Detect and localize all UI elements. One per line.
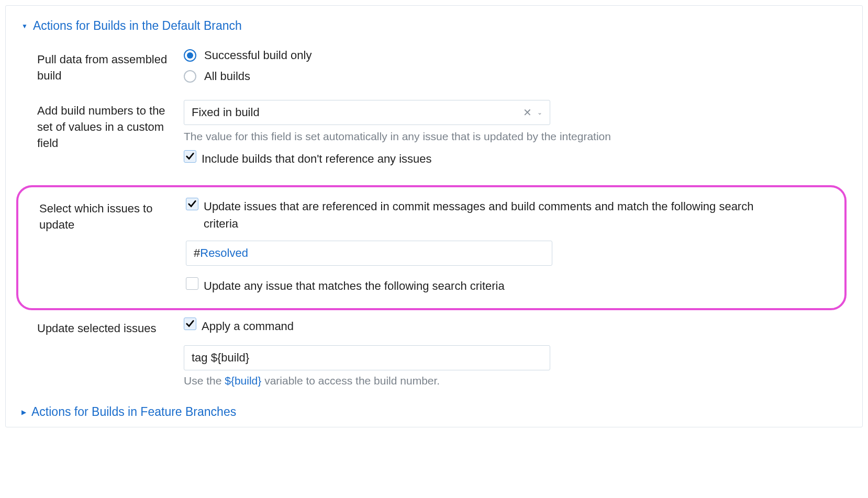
radio-successful-build-only[interactable]: Successful build only bbox=[184, 49, 760, 62]
row-pull-data: Pull data from assembled build Successfu… bbox=[21, 49, 847, 90]
checkbox-update-referenced[interactable] bbox=[186, 198, 198, 210]
helper-suffix: variable to access the build number. bbox=[261, 375, 440, 387]
label-add-build-numbers: Add build numbers to the set of values i… bbox=[37, 100, 184, 151]
checkbox-row-include-unref: Include builds that don't reference any … bbox=[184, 150, 760, 167]
disclosure-arrow-down-icon: ▼ bbox=[21, 22, 28, 30]
checkbox-label-update-any: Update any issue that matches the follow… bbox=[204, 277, 505, 295]
control-select-issues: Update issues that are referenced in com… bbox=[186, 198, 762, 303]
control-add-build-numbers: Fixed in build ✕ ⌄ The value for this fi… bbox=[184, 100, 760, 176]
section-title: Actions for Builds in Feature Branches bbox=[31, 405, 236, 419]
input-search-criteria[interactable]: #Resolved bbox=[186, 241, 552, 266]
radio-icon bbox=[184, 70, 196, 83]
hash-symbol: # bbox=[194, 246, 200, 259]
row-update-selected: Update selected issues Apply a command t… bbox=[21, 318, 847, 394]
select-actions: ✕ ⌄ bbox=[523, 106, 542, 119]
checkbox-row-update-referenced: Update issues that are referenced in com… bbox=[186, 198, 762, 232]
label-select-issues: Select which issues to update bbox=[39, 198, 186, 233]
row-add-build-numbers: Add build numbers to the set of values i… bbox=[21, 100, 847, 176]
checkmark-icon bbox=[185, 319, 195, 329]
command-variable: ${build} bbox=[211, 351, 249, 364]
section-header-default-branch[interactable]: ▼ Actions for Builds in the Default Bran… bbox=[21, 19, 847, 33]
radio-icon bbox=[184, 49, 196, 62]
command-prefix: tag bbox=[192, 351, 211, 364]
radio-label: Successful build only bbox=[204, 49, 311, 62]
highlight-select-issues: Select which issues to update Update iss… bbox=[16, 185, 847, 310]
helper-variable: ${build} bbox=[225, 375, 261, 387]
tag-token: Resolved bbox=[200, 246, 248, 259]
disclosure-arrow-right-icon: ▶ bbox=[21, 409, 26, 416]
checkbox-row-update-any: Update any issue that matches the follow… bbox=[186, 277, 762, 295]
checkbox-label-apply-command: Apply a command bbox=[202, 318, 294, 335]
checkbox-update-any[interactable] bbox=[186, 277, 198, 290]
clear-icon[interactable]: ✕ bbox=[523, 106, 532, 119]
section-title: Actions for Builds in the Default Branch bbox=[33, 19, 242, 33]
select-custom-field[interactable]: Fixed in build ✕ ⌄ bbox=[184, 100, 550, 125]
checkmark-icon bbox=[187, 199, 197, 209]
select-value: Fixed in build bbox=[192, 106, 260, 119]
checkbox-row-apply-command: Apply a command bbox=[184, 318, 760, 335]
helper-command: Use the ${build} variable to access the … bbox=[184, 375, 760, 387]
radio-all-builds[interactable]: All builds bbox=[184, 70, 760, 83]
label-pull-data: Pull data from assembled build bbox=[37, 49, 184, 84]
label-update-selected: Update selected issues bbox=[37, 318, 184, 337]
checkbox-apply-command[interactable] bbox=[184, 318, 196, 330]
helper-custom-field: The value for this field is set automati… bbox=[184, 130, 760, 143]
checkmark-icon bbox=[185, 151, 195, 162]
settings-panel: ▼ Actions for Builds in the Default Bran… bbox=[5, 5, 863, 427]
control-update-selected: Apply a command tag ${build} Use the ${b… bbox=[184, 318, 760, 394]
chevron-down-icon[interactable]: ⌄ bbox=[537, 109, 542, 116]
input-command[interactable]: tag ${build} bbox=[184, 345, 550, 370]
checkbox-label-update-referenced: Update issues that are referenced in com… bbox=[204, 198, 762, 232]
checkbox-include-unref[interactable] bbox=[184, 150, 196, 163]
checkbox-label-include-unref: Include builds that don't reference any … bbox=[202, 150, 432, 167]
control-pull-data: Successful build only All builds bbox=[184, 49, 760, 90]
row-select-issues: Select which issues to update Update iss… bbox=[18, 198, 834, 303]
helper-prefix: Use the bbox=[184, 375, 225, 387]
section-header-feature-branches[interactable]: ▶ Actions for Builds in Feature Branches bbox=[21, 405, 847, 419]
radio-label: All builds bbox=[204, 70, 250, 83]
